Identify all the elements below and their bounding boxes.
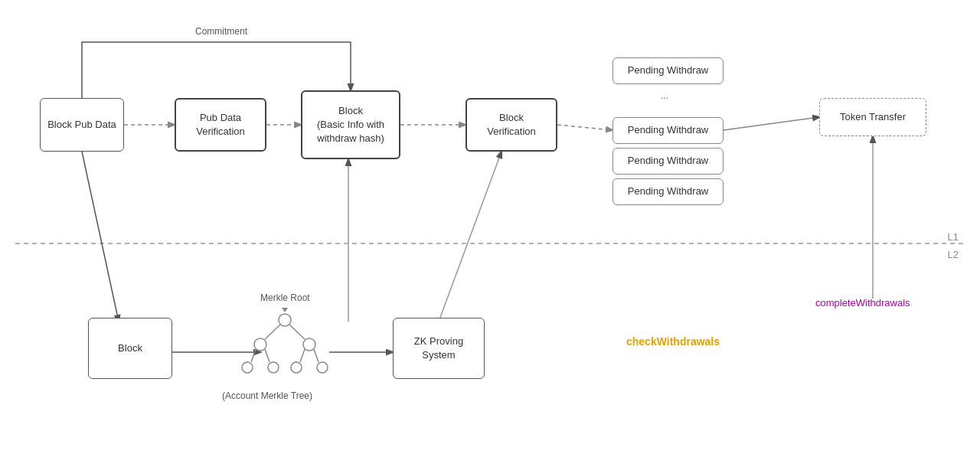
zk-proving-label: ZK ProvingSystem <box>414 335 463 362</box>
svg-line-21 <box>251 349 256 362</box>
svg-point-14 <box>303 338 315 351</box>
arrows-svg <box>0 0 980 454</box>
svg-line-9 <box>439 152 501 322</box>
check-withdrawals-label: checkWithdrawals <box>626 335 720 348</box>
svg-point-18 <box>317 362 328 373</box>
svg-point-17 <box>291 362 302 373</box>
complete-withdrawals-label: completeWithdrawals <box>815 297 910 309</box>
svg-line-6 <box>82 152 119 322</box>
zk-proving-box: ZK ProvingSystem <box>393 318 485 379</box>
pending-withdraw-3-box: Pending Withdraw <box>612 178 724 205</box>
block-pub-data-label: Block Pub Data <box>47 118 116 132</box>
block-verification-box: BlockVerification <box>466 98 557 152</box>
svg-line-20 <box>289 325 305 339</box>
svg-line-22 <box>265 349 270 362</box>
svg-point-16 <box>268 362 279 373</box>
main-diagram: Block Pub Data Pub DataVerification Bloc… <box>0 0 980 454</box>
svg-marker-25 <box>282 308 288 312</box>
pub-data-verification-label: Pub DataVerification <box>196 111 245 139</box>
block-pub-data-box: Block Pub Data <box>40 98 124 152</box>
pending-withdraw-top-label: Pending Withdraw <box>628 64 709 77</box>
pending-withdraw-3-label: Pending Withdraw <box>628 185 709 198</box>
pub-data-verification-box: Pub DataVerification <box>175 98 266 152</box>
svg-point-13 <box>254 338 266 351</box>
block-l2-label: Block <box>118 341 142 355</box>
block-basic-info-box: Block(Basic Info withwithdraw hash) <box>301 90 400 159</box>
pending-withdraw-2-label: Pending Withdraw <box>628 154 709 168</box>
svg-line-19 <box>265 325 280 339</box>
svg-line-24 <box>314 349 318 362</box>
merkle-root-label: Merkle Root <box>260 292 310 303</box>
account-merkle-tree-label: (Account Merkle Tree) <box>222 390 312 401</box>
commitment-label: Commitment <box>195 26 247 37</box>
block-basic-info-label: Block(Basic Info withwithdraw hash) <box>317 104 384 146</box>
pending-withdraw-1-box: Pending Withdraw <box>612 117 724 144</box>
pending-withdraw-1-label: Pending Withdraw <box>628 123 709 137</box>
svg-line-5 <box>724 117 819 130</box>
dots-label: ... <box>661 90 668 101</box>
merkle-tree-svg <box>234 306 337 383</box>
l1-label: L1 <box>948 231 959 243</box>
svg-line-4 <box>557 125 612 130</box>
block-l2-box: Block <box>88 318 172 379</box>
pending-withdraw-top-box: Pending Withdraw <box>612 57 724 84</box>
token-transfer-label: Token Transfer <box>840 110 906 124</box>
l2-label: L2 <box>948 249 959 260</box>
token-transfer-box: Token Transfer <box>819 98 926 136</box>
svg-point-15 <box>242 362 253 373</box>
block-verification-label: BlockVerification <box>487 111 536 139</box>
pending-withdraw-2-box: Pending Withdraw <box>612 148 724 175</box>
svg-line-23 <box>300 349 305 362</box>
svg-point-12 <box>279 314 291 326</box>
